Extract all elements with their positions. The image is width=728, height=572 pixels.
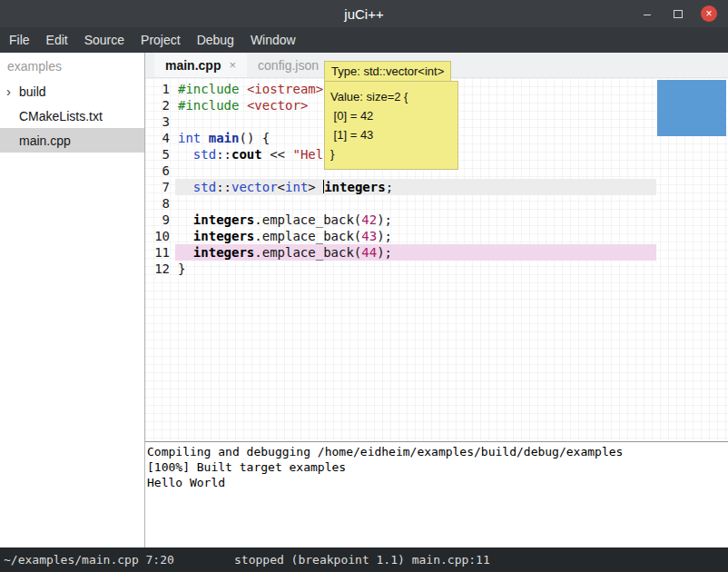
tab-main-cpp[interactable]: main.cpp×	[154, 53, 247, 77]
menubar: FileEditSourceProjectDebugWindow	[0, 27, 728, 53]
jucipp-window: juCi++ – × FileEditSourceProjectDebugWin…	[0, 0, 728, 572]
line-number[interactable]: 7	[145, 179, 175, 195]
code-line[interactable]: 8	[145, 195, 728, 212]
menu-project[interactable]: Project	[141, 33, 181, 47]
window-title: juCi++	[344, 6, 383, 22]
menu-edit[interactable]: Edit	[46, 33, 68, 47]
line-number[interactable]: 4	[145, 130, 175, 146]
line-number[interactable]: 12	[145, 261, 175, 277]
status-debug-state: stopped (breakpoint 1.1) main.cpp:11	[234, 553, 490, 567]
terminal-line: Compiling and debugging /home/eidheim/ex…	[147, 444, 728, 459]
project-name: examples	[0, 53, 144, 79]
restore-icon[interactable]	[670, 5, 686, 22]
menu-window[interactable]: Window	[251, 33, 296, 47]
minimize-icon[interactable]: –	[639, 5, 655, 22]
menu-file[interactable]: File	[9, 33, 30, 47]
value-line: [0] = 42	[330, 106, 452, 125]
scrollbar-overview-thumb[interactable]	[657, 80, 726, 136]
menu-debug[interactable]: Debug	[197, 33, 234, 47]
file-tree-panel: examples ›buildCMakeLists.txtmain.cpp	[0, 53, 145, 547]
code-text[interactable]: }	[175, 261, 656, 277]
line-number[interactable]: 6	[145, 163, 175, 179]
code-text[interactable]: integers.emplace_back(42);	[175, 212, 656, 228]
code-line[interactable]: 10 integers.emplace_back(43);	[145, 228, 728, 244]
tab-label: main.cpp	[165, 58, 221, 73]
value-tooltip: Value: size=2 { [0] = 42 [1] = 43}	[324, 81, 458, 170]
line-number[interactable]: 8	[145, 195, 175, 212]
output-terminal[interactable]: Compiling and debugging /home/eidheim/ex…	[145, 441, 728, 547]
code-text[interactable]: integers.emplace_back(43);	[175, 228, 656, 244]
titlebar: juCi++ – ×	[0, 0, 728, 27]
menu-source[interactable]: Source	[84, 33, 124, 47]
debug-tooltip: Type: std::vector<int> Value: size=2 { […	[324, 61, 458, 170]
value-line: Value: size=2 {	[330, 87, 452, 106]
status-bar: ~/examples/main.cpp 7:20 stopped (breakp…	[0, 547, 728, 572]
type-tooltip: Type: std::vector<int>	[324, 61, 451, 82]
terminal-line: Hello World	[147, 475, 728, 490]
terminal-line: [100%] Built target examples	[147, 459, 728, 475]
close-icon[interactable]: ×	[701, 5, 717, 22]
line-number[interactable]: 10	[145, 228, 175, 244]
tree-item-label: build	[19, 84, 46, 99]
code-line[interactable]: 7 std::vector<int> integers;	[145, 179, 728, 195]
tab-label: config.json	[258, 58, 319, 73]
tree-item-build[interactable]: ›build	[0, 79, 144, 104]
window-controls: – ×	[639, 0, 717, 27]
line-number[interactable]: 9	[145, 212, 175, 228]
code-line[interactable]: 12}	[145, 261, 728, 277]
tree-item-cmakelists-txt[interactable]: CMakeLists.txt	[0, 104, 144, 128]
code-text[interactable]	[175, 195, 656, 212]
value-line: }	[330, 144, 452, 163]
tree-item-label: CMakeLists.txt	[19, 109, 103, 123]
tab-close-icon[interactable]: ×	[229, 58, 236, 72]
code-line[interactable]: 11 integers.emplace_back(44);	[145, 244, 728, 261]
line-number[interactable]: 5	[145, 146, 175, 163]
code-text[interactable]: integers.emplace_back(44);	[175, 244, 656, 261]
code-line[interactable]: 9 integers.emplace_back(42);	[145, 212, 728, 228]
chevron-right-icon[interactable]: ›	[6, 84, 19, 99]
line-number[interactable]: 2	[145, 97, 175, 113]
tree-item-label: main.cpp	[19, 133, 71, 148]
tree-item-main-cpp[interactable]: main.cpp	[0, 128, 144, 153]
file-tree: ›buildCMakeLists.txtmain.cpp	[0, 79, 144, 153]
line-number[interactable]: 11	[145, 244, 175, 261]
line-number[interactable]: 3	[145, 113, 175, 130]
status-file-position: ~/examples/main.cpp 7:20	[4, 553, 174, 567]
code-text[interactable]: std::vector<int> integers;	[175, 179, 656, 195]
value-line: [1] = 43	[330, 125, 452, 144]
line-number[interactable]: 1	[145, 81, 175, 97]
